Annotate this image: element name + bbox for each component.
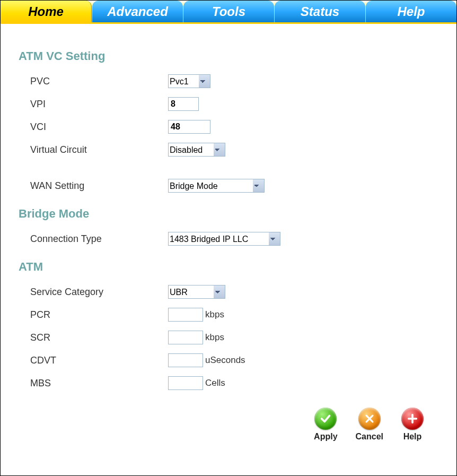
tab-home[interactable]: Home xyxy=(1,1,92,22)
close-icon xyxy=(358,408,381,430)
label-vpi: VPI xyxy=(30,99,168,110)
label-pcr: PCR xyxy=(30,309,168,321)
plus-icon xyxy=(401,408,424,430)
tab-advanced[interactable]: Advanced xyxy=(92,1,183,22)
mbs-input[interactable] xyxy=(168,376,203,390)
apply-button[interactable]: Apply xyxy=(314,408,337,442)
check-icon xyxy=(314,408,337,430)
section-atm: ATM xyxy=(19,260,438,274)
unit-cdvt: uSeconds xyxy=(205,355,245,366)
tab-bar: Home Advanced Tools Status Help xyxy=(1,1,456,24)
section-bridge-mode: Bridge Mode xyxy=(19,207,438,221)
unit-mbs: Cells xyxy=(205,378,225,388)
label-connection-type: Connection Type xyxy=(30,233,168,245)
action-bar: Apply Cancel Help xyxy=(19,408,424,442)
help-label: Help xyxy=(403,432,422,442)
label-virtual-circuit: Virtual Circuit xyxy=(30,144,168,155)
tab-help[interactable]: Help xyxy=(366,1,456,22)
pcr-input[interactable] xyxy=(168,308,203,322)
label-scr: SCR xyxy=(30,332,168,343)
apply-label: Apply xyxy=(314,432,337,442)
label-mbs: MBS xyxy=(30,378,168,389)
tab-tools[interactable]: Tools xyxy=(183,1,274,22)
tab-status[interactable]: Status xyxy=(275,1,365,22)
section-atm-vc-setting: ATM VC Setting xyxy=(19,49,438,63)
vci-input[interactable] xyxy=(168,120,210,134)
connection-type-select[interactable]: 1483 Bridged IP LLC xyxy=(168,232,280,246)
unit-scr: kbps xyxy=(205,332,224,343)
virtual-circuit-select[interactable]: Disabled xyxy=(168,143,225,157)
vpi-input[interactable] xyxy=(168,97,199,111)
label-pvc: PVC xyxy=(30,76,168,87)
cancel-label: Cancel xyxy=(356,432,383,442)
label-cdvt: CDVT xyxy=(30,355,168,366)
content-area: ATM VC Setting PVC Pvc1 VPI VCI Virtual … xyxy=(1,24,456,442)
label-vci: VCI xyxy=(30,122,168,133)
cdvt-input[interactable] xyxy=(168,353,203,367)
pvc-select[interactable]: Pvc1 xyxy=(168,74,210,88)
cancel-button[interactable]: Cancel xyxy=(356,408,383,442)
scr-input[interactable] xyxy=(168,331,203,344)
help-button[interactable]: Help xyxy=(401,408,424,442)
label-wan-setting: WAN Setting xyxy=(30,180,168,192)
wan-setting-select[interactable]: Bridge Mode xyxy=(168,179,265,193)
service-category-select[interactable]: UBR xyxy=(168,285,225,299)
label-service-category: Service Category xyxy=(30,287,168,298)
unit-pcr: kbps xyxy=(205,309,224,320)
